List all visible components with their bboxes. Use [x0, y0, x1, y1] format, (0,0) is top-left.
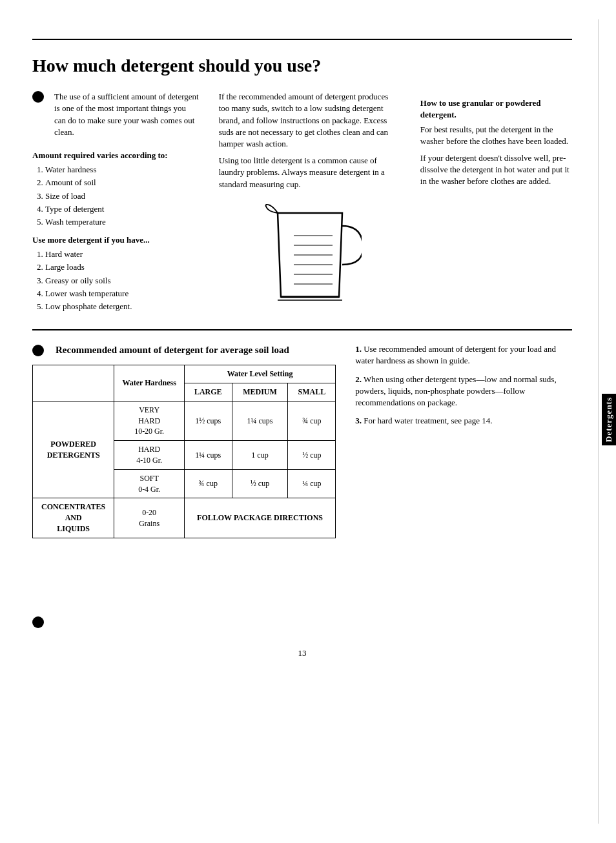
col-left: The use of a sufficient amount of deterg… — [32, 91, 200, 316]
list-item: Water hardness — [45, 164, 200, 176]
intro-text: The use of a sufficient amount of deterg… — [54, 91, 200, 138]
section-divider — [32, 329, 572, 330]
amount-heading: Amount required varies according to: — [32, 150, 200, 161]
numbered-item-3: 3. For hard water treatment, see page 14… — [355, 415, 572, 427]
table-row: POWDEREDDETERGENTS VERYHARD10-20 Gr. 1½ … — [33, 401, 336, 440]
list-item: Lower wash temperature — [45, 288, 200, 300]
list-item: Hard water — [45, 249, 200, 260]
powdered-header: POWDEREDDETERGENTS — [33, 401, 114, 498]
medium-cell: 1¼ cups — [232, 401, 288, 440]
col-medium: MEDIUM — [232, 383, 288, 401]
item3-text: 3. For hard water treatment, see page 14… — [355, 415, 572, 427]
numbered-item-2: 2. When using other detergent types—low … — [355, 374, 572, 409]
top-section: The use of a sufficient amount of deterg… — [32, 91, 572, 316]
list-item: Low phosphate detergent. — [45, 301, 200, 312]
page: How much detergent should you use? The u… — [0, 0, 616, 843]
item2-text: 2. When using other detergent types—low … — [355, 374, 572, 409]
small-cell: ¼ cup — [288, 469, 336, 498]
small-cell: ¾ cup — [288, 401, 336, 440]
bottom-right: 1. Use recommended amount of detergent f… — [355, 343, 572, 538]
col-large: LARGE — [184, 383, 232, 401]
list-item: Amount of soil — [45, 177, 200, 188]
large-cell: 1¼ cups — [184, 441, 232, 470]
package-directions-cell: FOLLOW PACKAGE DIRECTIONS — [184, 498, 335, 538]
amount-list: Water hardness Amount of soil Size of lo… — [32, 164, 200, 228]
table-title: Recommended amount of detergent for aver… — [56, 343, 289, 357]
large-cell: ¾ cup — [184, 469, 232, 498]
main-content: How much detergent should you use? The u… — [0, 19, 598, 824]
col-small: SMALL — [288, 383, 336, 401]
detergent-table: Water Hardness Water Level Setting LARGE… — [32, 365, 336, 538]
col-right: How to use granular or powdered detergen… — [420, 91, 572, 316]
concentrates-header: CONCENTRATESANDLIQUIDS — [33, 498, 114, 538]
more-heading: Use more detergent if you have... — [32, 234, 200, 246]
middle-para1: If the recommended amount of detergent p… — [219, 91, 401, 150]
medium-cell: ½ cup — [232, 469, 288, 498]
bottom-section-title: Recommended amount of detergent for aver… — [32, 343, 336, 357]
large-cell: 1½ cups — [184, 401, 232, 440]
col-header-empty — [33, 365, 114, 401]
numbered-item-1: 1. Use recommended amount of detergent f… — [355, 343, 572, 367]
bottom-bullet-area — [32, 616, 572, 628]
bottom-left: Recommended amount of detergent for aver… — [32, 343, 336, 538]
more-list: Hard water Large loads Greasy or oily so… — [32, 249, 200, 312]
bullet-icon-3 — [32, 616, 44, 628]
list-item: Greasy or oily soils — [45, 275, 200, 287]
right-para2: If your detergent doesn't dissolve well,… — [420, 152, 572, 188]
bullet-icon — [32, 91, 44, 103]
list-item: Large loads — [45, 261, 200, 273]
sidebar-label: Detergents — [603, 397, 615, 442]
water-level-header: Water Level Setting — [184, 365, 335, 383]
top-divider — [32, 39, 572, 40]
table-row: CONCENTRATESANDLIQUIDS 0-20Grains FOLLOW… — [33, 498, 336, 538]
middle-para2: Using too little detergent is a common c… — [219, 155, 401, 190]
col-header-water: Water Hardness — [114, 365, 185, 401]
item1-text: 1. Use recommended amount of detergent f… — [355, 343, 572, 367]
page-title: How much detergent should you use? — [32, 53, 572, 78]
bottom-section: Recommended amount of detergent for aver… — [32, 343, 572, 538]
hardness-cell: VERYHARD10-20 Gr. — [114, 401, 185, 440]
bullet-icon-2 — [32, 345, 44, 356]
medium-cell: 1 cup — [232, 441, 288, 470]
hardness-cell: SOFT0-4 Gr. — [114, 469, 185, 498]
small-cell: ½ cup — [288, 441, 336, 470]
col-middle: If the recommended amount of detergent p… — [219, 91, 401, 316]
right-heading: How to use granular or powdered detergen… — [420, 97, 572, 121]
list-item: Type of detergent — [45, 203, 200, 215]
right-para1: For best results, put the detergent in t… — [420, 124, 572, 147]
sidebar-tab: Detergents — [598, 19, 616, 824]
page-number: 13 — [32, 647, 572, 659]
hardness-cell: HARD4-10 Gr. — [114, 441, 185, 470]
grains-cell: 0-20Grains — [114, 498, 185, 538]
tab-block: Detergents — [602, 394, 616, 445]
list-item: Size of load — [45, 190, 200, 202]
list-item: Wash temperature — [45, 216, 200, 228]
cup-illustration — [219, 200, 401, 310]
